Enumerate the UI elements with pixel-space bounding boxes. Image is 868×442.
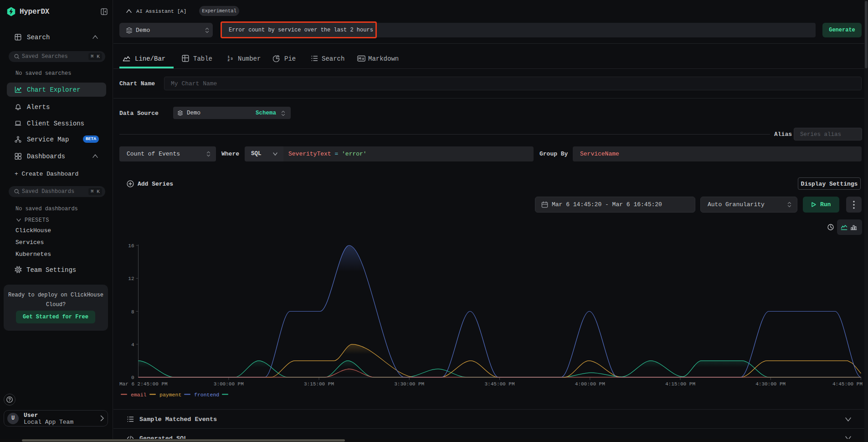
svg-text:4:45:00 PM: 4:45:00 PM bbox=[832, 381, 863, 387]
svg-text:3: 3 bbox=[231, 57, 233, 61]
svg-text:payment: payment bbox=[159, 392, 181, 398]
svg-text:16: 16 bbox=[128, 243, 134, 249]
svg-text:4:15:00 PM: 4:15:00 PM bbox=[665, 381, 695, 387]
svg-text:0: 0 bbox=[131, 375, 134, 380]
svg-text:email: email bbox=[131, 392, 147, 398]
svg-text:3:30:00 PM: 3:30:00 PM bbox=[394, 381, 424, 387]
svg-text:8: 8 bbox=[131, 309, 134, 315]
svg-text:frontend: frontend bbox=[194, 392, 219, 398]
svg-text:3:15:00 PM: 3:15:00 PM bbox=[304, 381, 334, 387]
svg-text:2: 2 bbox=[227, 58, 230, 62]
svg-text:4: 4 bbox=[131, 342, 134, 348]
svg-text:4:30:00 PM: 4:30:00 PM bbox=[755, 381, 786, 387]
svg-text:3:45:00 PM: 3:45:00 PM bbox=[484, 381, 514, 387]
svg-text:Mar 6 2:45:00 PM: Mar 6 2:45:00 PM bbox=[119, 381, 168, 387]
svg-text:3:00:00 PM: 3:00:00 PM bbox=[214, 381, 244, 387]
svg-text:4:00:00 PM: 4:00:00 PM bbox=[575, 381, 605, 387]
svg-text:12: 12 bbox=[128, 276, 134, 281]
